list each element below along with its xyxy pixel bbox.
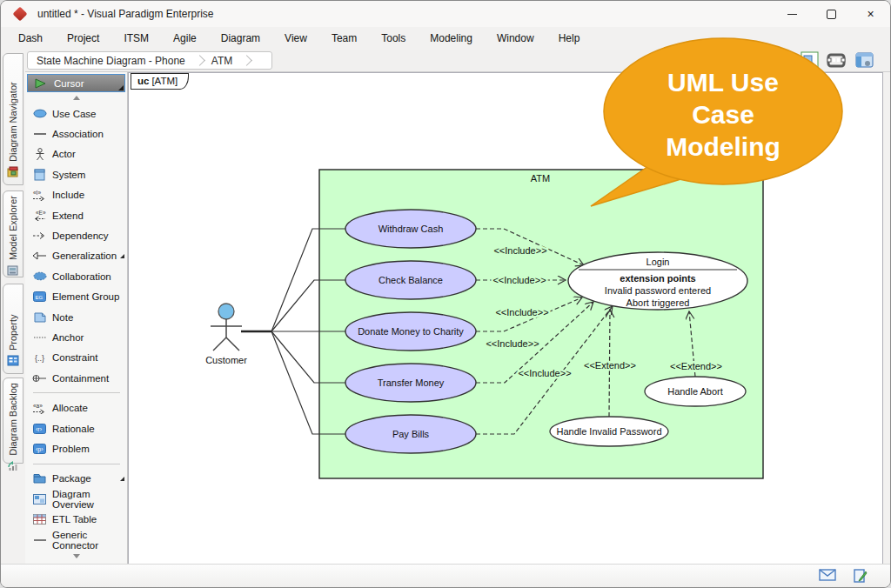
actor-head — [218, 304, 234, 319]
palette-item-system[interactable]: System — [25, 164, 127, 184]
usecase-icon — [31, 109, 48, 118]
minimize-button[interactable] — [773, 1, 812, 27]
usecase-donate-money[interactable]: Donate Money to Charity — [345, 312, 476, 351]
edit-log-icon[interactable] — [854, 569, 868, 586]
property-icon — [7, 354, 19, 370]
menu-item-project[interactable]: Project — [55, 29, 111, 48]
palette-item-element-group[interactable]: EGElement Group — [25, 287, 127, 307]
menu-item-modeling[interactable]: Modeling — [418, 29, 485, 48]
usecase-transfer-money[interactable]: Transfer Money — [345, 364, 476, 402]
palette-item-use-case[interactable]: Use Case — [25, 104, 127, 124]
usecase-withdraw-cash[interactable]: Withdraw Cash — [345, 210, 476, 248]
side-tab-label: Model Explorer — [8, 196, 18, 260]
canvas-tab-uc-atm[interactable]: uc [ATM] — [131, 73, 189, 90]
palette-item-association[interactable]: Association — [25, 124, 127, 144]
palette-item-label: Dependency — [52, 231, 109, 241]
palette-scroll-down-icon[interactable] — [25, 550, 127, 562]
zoom-to-fit-icon[interactable] — [800, 50, 820, 70]
note-icon — [31, 312, 48, 323]
palette-item-cursor[interactable]: Cursor — [27, 74, 125, 92]
palette-item-label: Diagram Overview — [52, 489, 127, 510]
menu-item-dash[interactable]: Dash — [6, 29, 55, 48]
palette-item-label: Anchor — [52, 332, 84, 343]
palette-item-rationale[interactable]: ‹r›Rationale — [25, 418, 127, 438]
menu-item-team[interactable]: Team — [319, 29, 369, 48]
extension-point: Abort triggered — [626, 297, 690, 308]
palette-item-diagram-overview[interactable]: Diagram Overview — [25, 489, 127, 509]
constraint-icon: {..} — [31, 352, 48, 364]
rationale-icon: ‹r› — [31, 424, 48, 434]
statusbar — [1, 564, 890, 587]
containment-icon — [31, 374, 48, 383]
svg-text:‹p›: ‹p› — [36, 445, 44, 452]
palette-item-generalization[interactable]: Generalization — [25, 246, 127, 266]
menu-item-view[interactable]: View — [272, 29, 319, 48]
usecase-label: Donate Money to Charity — [358, 326, 464, 337]
actor-customer[interactable]: Customer — [205, 304, 247, 365]
panel-layout-icon[interactable] — [854, 50, 874, 70]
palette-item-label: Generic Connector — [52, 530, 127, 551]
palette-item-include[interactable]: «I»Include — [25, 185, 127, 205]
mail-icon[interactable] — [819, 569, 836, 585]
generalization-icon — [31, 251, 48, 260]
palette-item-allocate[interactable]: «a»Allocate — [25, 398, 127, 418]
palette-item-label: Collaboration — [52, 271, 111, 282]
side-tab-property[interactable]: Property — [3, 284, 23, 374]
submenu-corner-icon — [120, 254, 124, 258]
palette-divider — [25, 388, 127, 398]
palette-scroll-up-icon[interactable] — [25, 92, 127, 104]
selection-frame-icon[interactable] — [826, 50, 846, 70]
palette-item-generic-connector[interactable]: Generic Connector — [25, 530, 127, 550]
side-tab-diagram-backlog[interactable]: Diagram Backlog — [3, 378, 23, 464]
usecase-check-balance[interactable]: Check Balance — [345, 261, 476, 299]
side-tab-model-explorer[interactable]: Model Explorer — [3, 190, 23, 277]
usecase-pay-bills[interactable]: Pay Bills — [345, 415, 476, 453]
palette-item-note[interactable]: Note — [25, 307, 127, 327]
include-stereotype-label: <<Include>> — [493, 245, 546, 256]
menu-item-help[interactable]: Help — [546, 29, 593, 48]
palette-item-actor[interactable]: Actor — [25, 144, 127, 164]
palette-item-extend[interactable]: «E»Extend — [25, 205, 127, 225]
svg-text:EG: EG — [36, 295, 44, 300]
palette-item-etl-table[interactable]: ETL Table — [25, 509, 127, 529]
actor-body — [211, 319, 242, 351]
palette-item-containment[interactable]: Containment — [25, 368, 127, 388]
palette-item-anchor[interactable]: Anchor — [25, 327, 127, 347]
side-tab-diagram-navigator[interactable]: Diagram Navigator — [3, 53, 23, 185]
palette-item-collaboration[interactable]: Collaboration — [25, 266, 127, 286]
palette-item-label: Association — [52, 129, 104, 139]
usecase-handle-abort[interactable]: Handle Abort — [645, 377, 746, 406]
extend-icon: «E» — [31, 210, 48, 221]
palette-item-label: System — [52, 170, 85, 180]
breadcrumb-item-atm[interactable]: ATM — [211, 55, 232, 67]
titlebar: untitled * - Visual Paradigm Enterprise … — [1, 1, 890, 27]
svg-text:«I»: «I» — [33, 190, 41, 196]
include-stereotype-label: <<Include>> — [518, 368, 571, 378]
extension-point: Invalid password entered — [605, 285, 711, 296]
maximize-button[interactable] — [812, 1, 851, 27]
diagram-canvas[interactable]: uc [ATM] ATM Customer — [128, 72, 883, 565]
palette-item-dependency[interactable]: Dependency — [25, 225, 127, 245]
palette-item-constraint[interactable]: {..}Constraint — [25, 348, 127, 368]
canvas-tab-name: [ATM] — [151, 76, 178, 86]
menu-item-window[interactable]: Window — [485, 29, 546, 48]
palette-item-problem[interactable]: ‹p›Problem — [25, 438, 127, 458]
breadcrumb-item-diagram[interactable]: State Machine Diagram - Phone — [37, 55, 185, 67]
anchor-icon — [31, 335, 48, 340]
palette-item-label: Constraint — [52, 352, 97, 363]
menu-item-agile[interactable]: Agile — [161, 29, 209, 48]
menu-item-itsm[interactable]: ITSM — [111, 29, 161, 48]
usecase-login[interactable]: Login extension points Invalid password … — [568, 252, 747, 310]
palette-item-label: Include — [52, 190, 84, 200]
menu-item-tools[interactable]: Tools — [369, 29, 418, 48]
tool-palette: CursorUse CaseAssociationActorSystem«I»I… — [25, 72, 128, 565]
maximize-icon — [827, 10, 836, 19]
usecase-handle-invalid-password[interactable]: Handle Invalid Password — [550, 417, 668, 446]
system-icon — [31, 169, 48, 181]
palette-item-package[interactable]: Package — [25, 469, 127, 489]
actor-label: Customer — [205, 355, 247, 365]
extend-stereotype-label: <<Extend>> — [670, 361, 722, 371]
problem-icon: ‹p› — [31, 444, 48, 454]
close-button[interactable]: × — [851, 1, 890, 27]
menu-item-diagram[interactable]: Diagram — [209, 29, 272, 48]
